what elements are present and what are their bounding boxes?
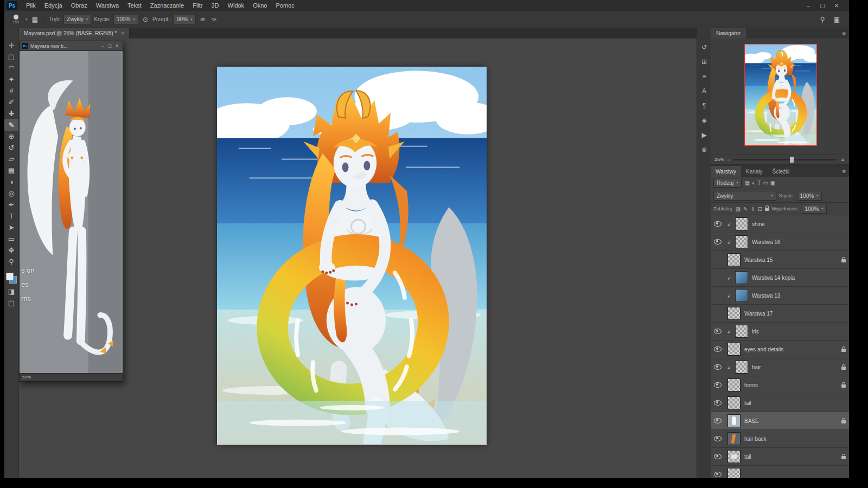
layer-thumbnail[interactable] — [727, 432, 741, 445]
layer-row[interactable]: ↲shine — [711, 215, 849, 233]
layer-row[interactable] — [711, 466, 849, 478]
airbrush-icon[interactable]: ≋ — [199, 16, 207, 23]
close-icon[interactable]: × — [121, 30, 124, 36]
dodge-tool[interactable]: ◎ — [4, 188, 18, 199]
navigator-zoom-slider[interactable] — [733, 159, 838, 160]
pen-tool[interactable]: ✒ — [4, 199, 18, 210]
float-minimize-button[interactable]: – — [99, 43, 106, 48]
layer-thumbnail[interactable] — [735, 361, 748, 374]
reference-image[interactable]: s onesrns — [20, 51, 123, 373]
zoom-out-icon[interactable]: ▵ — [727, 157, 730, 162]
document-canvas[interactable] — [217, 67, 487, 445]
pressure-size-icon[interactable]: ✑ — [210, 16, 219, 23]
brush-tool[interactable]: ✎ — [4, 119, 18, 131]
layer-thumbnail[interactable] — [727, 450, 741, 463]
layer-thumbnail[interactable] — [735, 235, 748, 248]
layer-thumbnail[interactable] — [727, 253, 741, 266]
float-restore-button[interactable]: ▢ — [106, 43, 113, 48]
panel-character-icon[interactable]: A — [697, 84, 711, 98]
workspace-icon[interactable]: ▣ — [832, 16, 841, 23]
panel-menu-icon[interactable]: ≡ — [839, 30, 849, 36]
menu-item-pomoc[interactable]: Pomoc — [271, 2, 298, 9]
menu-item-filtr[interactable]: Filtr — [188, 2, 207, 9]
visibility-toggle[interactable] — [711, 448, 725, 465]
panel-paragraph-icon[interactable]: ¶ — [697, 98, 711, 113]
eyedropper-tool[interactable]: ✐ — [4, 97, 18, 108]
zoom-tool[interactable]: ⚲ — [4, 256, 18, 267]
foreground-color-swatch[interactable] — [6, 273, 14, 280]
menu-item-3d[interactable]: 3D — [207, 2, 224, 9]
menu-item-tekst[interactable]: Tekst — [123, 2, 146, 9]
layer-thumbnail[interactable] — [735, 271, 748, 284]
menu-item-obraz[interactable]: Obraz — [67, 2, 92, 9]
visibility-toggle[interactable] — [711, 358, 725, 376]
visibility-toggle[interactable] — [711, 287, 725, 304]
layer-thumbnail[interactable] — [727, 307, 741, 320]
hand-tool[interactable]: ✥ — [4, 245, 18, 256]
filter-adjustment-icon[interactable]: ◐ — [752, 180, 755, 186]
opacity-select[interactable]: 100%▾ — [113, 15, 138, 24]
document-tab[interactable]: Mayvara.psd @ 25% (BASE, RGB/8) * × — [19, 28, 130, 38]
quick-mask-icon[interactable]: ◨ — [4, 286, 18, 297]
filter-kind-select[interactable]: Rodzaj▾ — [713, 178, 742, 188]
tool-preset-picker[interactable]: 150 — [9, 15, 23, 24]
flow-select[interactable]: 90%▾ — [174, 15, 196, 24]
layer-row[interactable]: ↲Warstwa 14 kopia — [711, 269, 849, 287]
shape-tool[interactable]: ▭ — [4, 233, 18, 245]
clone-stamp-tool[interactable]: ⊕ — [4, 131, 18, 142]
visibility-toggle[interactable] — [711, 466, 725, 478]
visibility-toggle[interactable] — [711, 376, 725, 394]
minimize-button[interactable]: – — [801, 3, 815, 9]
filter-type-icon[interactable]: T — [757, 180, 761, 186]
visibility-toggle[interactable] — [711, 430, 725, 447]
layer-opacity-select[interactable]: 100%▾ — [797, 191, 822, 201]
layer-thumbnail[interactable] — [735, 325, 748, 338]
screen-mode-icon[interactable]: ▢ — [4, 297, 18, 309]
layer-row[interactable]: ↲iris — [711, 323, 849, 341]
layer-thumbnail[interactable] — [727, 414, 741, 427]
restore-button[interactable]: ▢ — [815, 3, 829, 9]
tab-cie-ki[interactable]: Ścieżki — [768, 166, 795, 177]
marquee-tool[interactable]: ▢ — [4, 51, 18, 62]
visibility-toggle[interactable] — [711, 215, 725, 233]
layer-thumbnail[interactable] — [735, 289, 748, 302]
blend-mode-select[interactable]: Zwykły▾ — [63, 15, 91, 24]
filter-smart-object-icon[interactable]: ▣ — [770, 180, 775, 186]
eraser-tool[interactable]: ▱ — [4, 153, 18, 165]
zoom-in-icon[interactable]: ▲ — [840, 157, 845, 162]
menu-item-zaznaczanie[interactable]: Zaznaczanie — [146, 2, 188, 9]
panel-properties-icon[interactable]: ⊞ — [697, 54, 711, 69]
visibility-toggle[interactable] — [711, 233, 725, 251]
quick-selection-tool[interactable]: ✦ — [4, 74, 18, 85]
layer-row[interactable]: ↲Warstwa 13 — [711, 287, 849, 305]
lock-pixels-icon[interactable]: ✎ — [743, 206, 748, 212]
layer-row[interactable]: ↲hair — [711, 358, 849, 376]
panel-history-icon[interactable]: ↺ — [697, 40, 711, 54]
layer-row[interactable]: horns — [711, 376, 849, 394]
menu-item-okno[interactable]: Okno — [248, 2, 271, 9]
layer-thumbnail[interactable] — [727, 468, 741, 478]
panel-notes-icon[interactable]: ⊜ — [697, 142, 711, 157]
panel-timeline-icon[interactable]: ▶ — [697, 127, 711, 142]
lasso-tool[interactable]: ◠ — [4, 62, 18, 74]
filter-shape-icon[interactable]: ▭ — [763, 180, 768, 186]
brush-settings-toggle-icon[interactable]: ▦ — [30, 16, 40, 23]
layer-thumbnail[interactable] — [727, 343, 741, 356]
visibility-toggle[interactable] — [711, 394, 725, 412]
visibility-toggle[interactable] — [711, 251, 725, 268]
lock-artboard-icon[interactable]: ⊡ — [758, 206, 762, 212]
menu-item-plik[interactable]: Plik — [22, 2, 40, 9]
layer-row[interactable]: eyes and details — [711, 341, 849, 358]
layer-blend-mode-select[interactable]: Zwykły▾ — [713, 191, 776, 201]
lock-position-icon[interactable]: ✛ — [750, 206, 755, 212]
panel-brush-settings-icon[interactable]: ≡ — [697, 69, 711, 84]
layer-row[interactable]: ↲Warstwa 16 — [711, 233, 849, 251]
blur-tool[interactable]: ◑ — [4, 176, 18, 188]
panel-libraries-icon[interactable]: ◈ — [697, 113, 711, 127]
layer-row[interactable]: tail — [711, 394, 849, 412]
lock-all-icon[interactable] — [765, 206, 769, 212]
layer-row[interactable]: BASE — [711, 412, 849, 430]
healing-brush-tool[interactable]: ✚ — [4, 108, 18, 119]
visibility-toggle[interactable] — [711, 323, 725, 340]
search-icon[interactable]: ⚲ — [819, 16, 827, 23]
